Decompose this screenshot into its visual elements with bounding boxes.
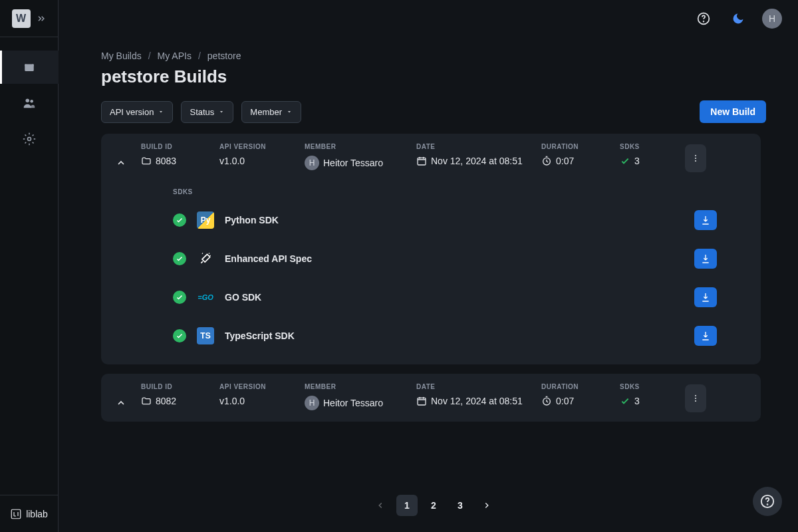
api-version-value: v1.0.0 — [219, 156, 299, 166]
col-header: BUILD ID — [141, 383, 214, 390]
col-member: MEMBER H Heitor Tessaro — [305, 143, 411, 170]
svg-rect-14 — [418, 398, 426, 405]
col-api-version: API VERSION v1.0.0 — [219, 143, 299, 166]
download-button[interactable] — [694, 287, 717, 307]
sdk-count: 3 — [634, 156, 640, 166]
filter-status[interactable]: Status — [181, 101, 233, 123]
go-icon: =GO — [197, 289, 214, 306]
content: My Builds / My APIs / petstore petstore … — [59, 37, 798, 532]
check-icon — [620, 156, 630, 166]
sdk-row: Enhanced API Spec — [173, 239, 750, 278]
breadcrumb-sep: / — [148, 51, 151, 61]
expand-sidebar-icon[interactable] — [36, 13, 47, 24]
caret-down-icon — [286, 108, 293, 115]
stopwatch-icon — [541, 156, 552, 166]
sdk-name: Enhanced API Spec — [225, 253, 312, 264]
col-header: API VERSION — [219, 143, 299, 150]
breadcrumb-link-2[interactable]: petstore — [207, 51, 241, 61]
sdk-name: GO SDK — [225, 292, 261, 303]
expand-button[interactable] — [112, 394, 130, 412]
build-id-value: 8083 — [156, 156, 176, 166]
sidebar-header: W — [0, 0, 58, 37]
svg-point-13 — [695, 160, 696, 162]
col-member: MEMBER H Heitor Tessaro — [305, 383, 411, 410]
duration-value: 0:07 — [556, 156, 574, 166]
page-button-2[interactable]: 2 — [423, 495, 444, 516]
svg-point-8 — [704, 21, 704, 22]
typescript-icon: TS — [197, 327, 214, 344]
more-menu-button[interactable] — [685, 384, 706, 412]
build-card: BUILD ID 8083 API VERSION v1.0.0 MEMBER — [101, 134, 761, 364]
calendar-icon — [416, 156, 427, 166]
svg-point-18 — [695, 400, 696, 402]
folder-icon — [141, 396, 152, 406]
more-menu-button[interactable] — [685, 144, 706, 172]
caret-down-icon — [158, 108, 164, 115]
col-header: BUILD ID — [141, 143, 214, 150]
download-button[interactable] — [694, 210, 717, 230]
theme-toggle-icon[interactable] — [728, 8, 749, 29]
status-success-icon — [173, 252, 186, 265]
sidebar-item-settings[interactable] — [0, 122, 59, 156]
calendar-icon — [416, 396, 427, 406]
col-header: SDKs — [620, 383, 680, 390]
filter-api-version[interactable]: API version — [101, 101, 173, 123]
col-header: MEMBER — [305, 143, 411, 150]
build-id-value: 8082 — [156, 396, 176, 406]
sidebar-nav — [0, 37, 58, 156]
download-button[interactable] — [694, 249, 717, 269]
builds-list[interactable]: BUILD ID 8083 API VERSION v1.0.0 MEMBER — [101, 134, 766, 484]
page-title: petstore Builds — [101, 66, 766, 87]
build-card: BUILD ID 8082 API VERSION v1.0.0 MEMBER — [101, 374, 761, 422]
next-page-button[interactable] — [476, 495, 497, 516]
sdk-row: TS TypeScript SDK — [173, 317, 750, 355]
sdk-row: Py Python SDK — [173, 201, 750, 239]
page-button-1[interactable]: 1 — [396, 495, 418, 516]
col-header: MEMBER — [305, 383, 411, 390]
filter-member[interactable]: Member — [241, 101, 301, 123]
sidebar-footer[interactable]: liblab — [0, 495, 58, 532]
pagination: 1 2 3 — [101, 484, 766, 521]
stopwatch-icon — [541, 396, 552, 406]
check-icon — [620, 396, 630, 406]
col-sdks: SDKs 3 — [620, 143, 680, 166]
svg-point-17 — [695, 398, 696, 399]
svg-rect-2 — [25, 65, 34, 66]
build-header-row: BUILD ID 8082 API VERSION v1.0.0 MEMBER — [112, 383, 750, 412]
build-header-row: BUILD ID 8083 API VERSION v1.0.0 MEMBER — [112, 143, 750, 172]
sdk-section-label: SDKs — [173, 188, 750, 196]
collapse-button[interactable] — [112, 154, 130, 172]
breadcrumb-link-0[interactable]: My Builds — [101, 51, 142, 61]
workspace-logo[interactable]: W — [12, 9, 31, 28]
status-success-icon — [173, 213, 186, 227]
download-button[interactable] — [694, 326, 717, 346]
col-header: DURATION — [541, 383, 614, 390]
svg-point-4 — [30, 100, 33, 103]
breadcrumb: My Builds / My APIs / petstore — [101, 51, 766, 61]
help-fab-button[interactable] — [753, 487, 782, 516]
svg-point-11 — [695, 155, 696, 156]
filters-row: API version Status Member New Build — [101, 100, 766, 123]
member-name: Heitor Tessaro — [323, 158, 383, 168]
topbar: H — [59, 0, 798, 37]
new-build-button[interactable]: New Build — [700, 100, 766, 123]
left-sidebar: W liblab — [0, 0, 59, 532]
col-build-id: BUILD ID 8082 — [141, 383, 214, 406]
prev-page-button[interactable] — [370, 495, 391, 516]
svg-rect-6 — [11, 509, 21, 519]
sidebar-item-builds[interactable] — [0, 51, 59, 84]
help-icon[interactable] — [693, 8, 714, 29]
sidebar-item-team[interactable] — [0, 86, 59, 120]
col-header: API VERSION — [219, 383, 299, 390]
col-header: DURATION — [541, 143, 614, 150]
main-area: H My Builds / My APIs / petstore petstor… — [59, 0, 798, 532]
breadcrumb-link-1[interactable]: My APIs — [158, 51, 192, 61]
col-build-id: BUILD ID 8083 — [141, 143, 214, 166]
col-api-version: API VERSION v1.0.0 — [219, 383, 299, 406]
user-avatar[interactable]: H — [762, 9, 782, 29]
status-success-icon — [173, 291, 186, 304]
svg-point-5 — [27, 138, 31, 141]
filter-label: Member — [250, 107, 282, 117]
page-button-3[interactable]: 3 — [450, 495, 471, 516]
filter-label: Status — [190, 107, 214, 117]
